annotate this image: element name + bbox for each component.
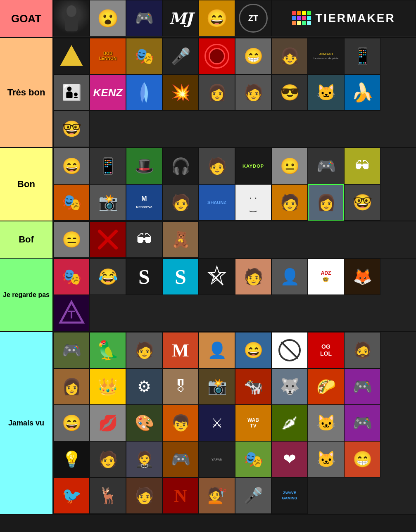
list-item: T	[53, 295, 90, 331]
list-item: 🐦	[53, 477, 90, 514]
tier-row-tres-bon: Très bon BOBLENNON 🎭 🎤 😁 👧	[0, 38, 416, 148]
tier-label-text: GOAT	[11, 12, 41, 25]
list-item: 🎮	[162, 441, 199, 477]
list-item: 🤵	[126, 441, 162, 477]
list-item: N	[162, 477, 199, 514]
list-item: 🕶	[126, 221, 162, 258]
list-item: 🎖	[162, 368, 199, 405]
list-item: 🧑	[199, 148, 235, 184]
list-item: 👑	[90, 368, 126, 405]
list-item: · ·‿	[235, 184, 271, 221]
list-item: 😄	[53, 148, 90, 184]
list-item: ZWAVEGAMING	[271, 477, 308, 514]
list-item: 🧑	[90, 441, 126, 477]
list-item: 🐱	[308, 441, 344, 477]
list-item: 👨‍👦	[53, 74, 90, 111]
list-item: ADZ🤓	[308, 259, 344, 295]
list-item: 🧑	[126, 332, 162, 368]
list-item: ⚔	[199, 405, 235, 441]
tier-content-tres-bon: BOBLENNON 🎭 🎤 😁 👧 JIRAYAHLe streamer de …	[52, 38, 416, 147]
list-item: 🦊	[344, 259, 380, 295]
list-item: S	[162, 259, 199, 295]
list-item: WABTV	[235, 405, 271, 441]
list-item: 💥	[162, 74, 199, 111]
list-item: ⚙	[126, 368, 162, 405]
tier-row-je-regarde: Je regarde pas 🎭 😂 S S 🧑 👤	[0, 259, 416, 332]
list-item: ❤	[271, 441, 308, 477]
tier-row-jamais-vu: Jamais vu 🎮 🦜 🧑 M 👤 😄	[0, 332, 416, 515]
list-item: 🧑	[126, 477, 162, 514]
list-item: 🌶	[271, 405, 308, 441]
list-item: YAPAN	[199, 441, 235, 477]
list-item: 🦌	[90, 477, 126, 514]
list-item: 😄	[235, 332, 271, 368]
tier-content-jamais-vu: 🎮 🦜 🧑 M 👤 😄 OGLOL	[52, 332, 416, 514]
list-item: 🧑	[235, 74, 271, 111]
list-item: 🎤	[162, 38, 199, 74]
svg-text:T: T	[68, 308, 75, 321]
svg-rect-1	[65, 17, 78, 31]
tier-label-text: Très bon	[7, 87, 45, 98]
list-item: 🎭	[126, 38, 162, 74]
list-item: 👤	[199, 332, 235, 368]
list-item: 🧸	[162, 221, 199, 258]
list-item: 🕶	[344, 148, 380, 184]
list-item: ZT	[235, 0, 271, 36]
list-item: 👤	[271, 259, 308, 295]
list-item: 🎭	[235, 441, 271, 477]
list-item: 😁	[344, 441, 380, 477]
list-item	[271, 332, 308, 368]
list-item: 😄	[199, 0, 235, 36]
tier-label-goat: GOAT	[0, 0, 52, 37]
list-item: 💇	[199, 477, 235, 514]
tier-content-bof: 😑 🕶 🧸	[52, 221, 416, 258]
tier-row-goat: GOAT 😮 🎮 MJ 😄	[0, 0, 416, 38]
list-item: 😑	[53, 221, 90, 258]
list-item: 😁	[235, 38, 271, 74]
tier-list: GOAT 😮 🎮 MJ 😄	[0, 0, 416, 515]
list-item: 👦	[162, 405, 199, 441]
tier-label-je-regarde: Je regarde pas	[0, 259, 52, 331]
list-item: BOBLENNON	[90, 38, 126, 74]
list-item: 🎭	[53, 184, 90, 221]
list-item: 🦜	[90, 332, 126, 368]
tier-row-bon: Bon 😄 📱 🎩 🎧 🧑 KAYDOP 😐	[0, 148, 416, 221]
list-item: 👩	[308, 184, 344, 221]
list-item: OGLOL	[308, 332, 344, 368]
list-item: 📸	[90, 184, 126, 221]
list-item	[199, 38, 235, 74]
list-item: 💡	[53, 441, 90, 477]
list-item	[126, 74, 162, 111]
list-item: 📸	[199, 368, 235, 405]
list-item: KENZ	[90, 74, 126, 111]
list-item: 🐄	[235, 368, 271, 405]
list-item	[53, 38, 90, 74]
tier-label-text: Jamais vu	[8, 419, 44, 428]
tier-label-text: Bof	[19, 234, 34, 245]
list-item	[90, 221, 126, 258]
list-item: JIRAYAHLe streamer de génie	[308, 38, 344, 74]
list-item: 😂	[90, 259, 126, 295]
list-item: 🎮	[308, 148, 344, 184]
tiermaker-title: TIERMAKER	[315, 12, 395, 25]
tier-content-bon: 😄 📱 🎩 🎧 🧑 KAYDOP 😐 🎮	[52, 148, 416, 221]
list-item: 👩	[53, 368, 90, 405]
list-item: 🎩	[126, 148, 162, 184]
list-item: 🧑	[271, 184, 308, 221]
list-item: 🧑	[235, 259, 271, 295]
list-item: 🎨	[126, 405, 162, 441]
tier-label-bof: Bof	[0, 221, 52, 258]
list-item: KAYDOP	[235, 148, 271, 184]
tier-content-goat: 😮 🎮 MJ 😄 ZT	[52, 0, 416, 37]
list-item: 😄	[53, 405, 90, 441]
tier-row-bof: Bof 😑 🕶 🧸	[0, 221, 416, 259]
list-item: 🧑	[162, 184, 199, 221]
list-item: S	[126, 259, 162, 295]
list-item: 💋	[90, 405, 126, 441]
list-item: 😮	[90, 0, 126, 36]
tier-label-text: Bon	[17, 179, 35, 190]
list-item: 🤓	[344, 184, 380, 221]
list-item: 😐	[271, 148, 308, 184]
list-item: 📱	[90, 148, 126, 184]
svg-line-8	[281, 342, 298, 359]
